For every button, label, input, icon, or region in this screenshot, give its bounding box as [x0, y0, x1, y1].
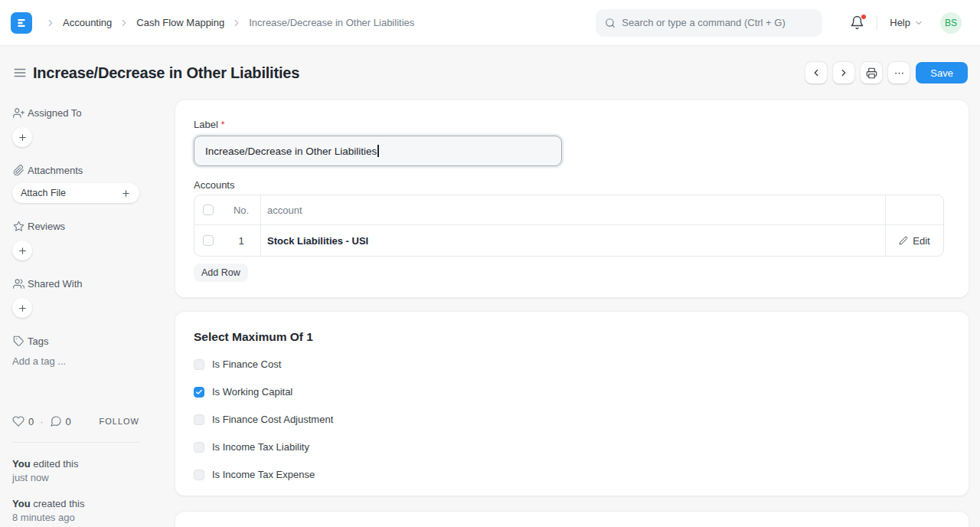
- accounts-table-caption: Accounts: [194, 179, 944, 191]
- chevron-right-icon: [231, 18, 242, 28]
- tags-label: Tags: [28, 336, 48, 347]
- table-row: 1 Stock Liabilities - USI Edit: [194, 225, 943, 256]
- header-cell-edit: [885, 195, 943, 224]
- edit-row-button[interactable]: Edit: [899, 235, 929, 247]
- row-cell-edit: Edit: [885, 225, 943, 256]
- breadcrumb-item-accounting[interactable]: Accounting: [63, 17, 112, 28]
- grid-header-row: No. account: [194, 195, 943, 225]
- reviews-section: Reviews: [12, 221, 139, 260]
- checkbox-label: Is Finance Cost Adjustment: [212, 414, 333, 425]
- add-review-button[interactable]: [12, 241, 32, 260]
- global-search[interactable]: [596, 9, 822, 37]
- reviews-label: Reviews: [28, 221, 65, 232]
- activity-entry: You edited this just now: [12, 457, 139, 485]
- label-input-value: Increase/Decrease in Other Liabilities: [205, 146, 377, 157]
- checkbox-icon[interactable]: [194, 470, 204, 480]
- plus-icon: [18, 246, 28, 256]
- label-input[interactable]: Increase/Decrease in Other Liabilities: [194, 136, 562, 166]
- checkbox-option-is-finance-cost[interactable]: Is Finance Cost: [194, 358, 950, 370]
- plus-icon: [18, 303, 28, 313]
- add-share-button[interactable]: [12, 298, 32, 318]
- breadcrumb-item-cash-flow-mapping[interactable]: Cash Flow Mapping: [136, 17, 224, 28]
- print-button[interactable]: [861, 62, 882, 83]
- required-marker: *: [220, 119, 224, 130]
- users-icon: [12, 278, 24, 290]
- checkbox-label: Is Income Tax Liability: [212, 441, 309, 453]
- prev-document-button[interactable]: [805, 62, 827, 83]
- plus-icon: [121, 188, 131, 198]
- row-checkbox[interactable]: [203, 235, 214, 246]
- comments-button[interactable]: 0: [50, 415, 71, 427]
- breadcrumb: Accounting Cash Flow Mapping Increase/De…: [38, 17, 414, 28]
- like-button[interactable]: 0: [12, 415, 34, 427]
- likes-count: 0: [28, 416, 34, 427]
- row-cell-no: 1: [222, 235, 260, 247]
- section-title: Select Maximum Of 1: [194, 330, 950, 344]
- page-title: Increase/Decrease in Other Liabilities: [33, 64, 299, 82]
- attachments-header: Attachments: [12, 165, 139, 176]
- checkbox-icon[interactable]: [194, 387, 204, 398]
- checkbox-section-card: Select Maximum Of 1 Is Finance Cost Is W…: [175, 312, 969, 496]
- printer-icon: [866, 67, 877, 79]
- ellipsis-icon: [893, 67, 905, 79]
- add-tag-input[interactable]: Add a tag ...: [12, 355, 139, 367]
- add-row-button[interactable]: Add Row: [194, 264, 248, 282]
- reviews-header: Reviews: [12, 221, 139, 232]
- paperclip-icon: [12, 165, 24, 176]
- chevron-right-icon: [838, 67, 849, 78]
- checkbox-label: Is Income Tax Expense: [212, 469, 315, 480]
- heart-icon: [12, 415, 24, 427]
- select-all-checkbox[interactable]: [203, 205, 214, 215]
- details-card: Label * Increase/Decrease in Other Liabi…: [175, 100, 969, 297]
- checkbox-icon[interactable]: [194, 442, 204, 453]
- add-assignment-button[interactable]: [12, 127, 32, 147]
- sidebar-toggle-button[interactable]: [13, 66, 27, 80]
- page-actions: Save: [805, 62, 968, 83]
- header-cell-no: No.: [222, 205, 260, 216]
- assigned-to-label: Assigned To: [28, 107, 82, 119]
- checkbox-option-is-working-capital[interactable]: Is Working Capital: [194, 386, 950, 398]
- checkbox-option-is-finance-cost-adjustment[interactable]: Is Finance Cost Adjustment: [194, 414, 950, 425]
- attach-file-button[interactable]: Attach File: [12, 183, 139, 203]
- checkbox-option-is-income-tax-expense[interactable]: Is Income Tax Expense: [194, 469, 950, 480]
- checkbox-icon[interactable]: [194, 359, 204, 370]
- activity-who: You: [12, 458, 31, 470]
- help-label: Help: [890, 17, 910, 28]
- follow-button[interactable]: FOLLOW: [100, 417, 139, 426]
- notifications-button[interactable]: [850, 15, 864, 30]
- row-cell-check: [194, 235, 222, 246]
- tags-section: Tags Add a tag ...: [12, 336, 139, 367]
- help-menu[interactable]: Help: [890, 17, 923, 28]
- avatar[interactable]: BS: [940, 12, 962, 34]
- activity-when: just now: [12, 471, 139, 485]
- row-cell-account[interactable]: Stock Liabilities - USI: [260, 225, 885, 256]
- navbar-right: Help BS: [596, 9, 962, 37]
- app-logo[interactable]: [11, 12, 32, 34]
- accounts-grid: No. account 1 Stock Liabilities - USI: [194, 195, 944, 257]
- search-input[interactable]: [622, 17, 813, 28]
- pencil-icon: [899, 236, 908, 245]
- checkbox-icon[interactable]: [194, 414, 204, 425]
- checkbox-option-is-income-tax-liability[interactable]: Is Income Tax Liability: [194, 441, 950, 453]
- edit-label: Edit: [913, 235, 929, 247]
- header-cell-account: account: [260, 195, 885, 224]
- assigned-to-header: Assigned To: [12, 107, 139, 119]
- comment-icon: [50, 415, 62, 427]
- menu-button[interactable]: [888, 62, 910, 83]
- form-body: Label * Increase/Decrease in Other Liabi…: [175, 100, 969, 527]
- text-cursor: [377, 145, 379, 157]
- divider: [877, 16, 877, 30]
- header-cell-check: [194, 205, 222, 215]
- erpnext-logo-icon: [15, 17, 28, 29]
- save-button[interactable]: Save: [916, 62, 968, 83]
- avatar-initials: BS: [945, 18, 957, 28]
- dot-separator: ·: [40, 416, 43, 427]
- checkbox-label: Is Working Capital: [212, 386, 292, 398]
- notification-dot: [861, 15, 866, 19]
- divider: [12, 442, 139, 443]
- activity-action: edited this: [33, 458, 78, 470]
- user-plus-icon: [12, 107, 24, 119]
- form-sidebar: Assigned To Attachments Attach File: [12, 83, 139, 527]
- activity-log: You edited this just now You created thi…: [12, 457, 139, 525]
- next-document-button[interactable]: [833, 62, 854, 83]
